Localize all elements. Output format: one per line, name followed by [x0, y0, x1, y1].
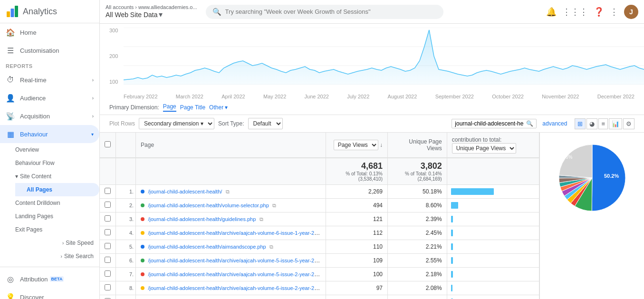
search-input[interactable] [225, 8, 437, 15]
row-bar-cell [447, 226, 539, 240]
row-checkbox[interactable] [105, 202, 111, 208]
row-checkbox[interactable] [105, 270, 111, 277]
dim-page-link[interactable]: Page [163, 103, 176, 112]
row-page: /journal-child-adolescent-health/aimsand… [136, 240, 326, 254]
total-unique-pv-cell: 3,802 % of Total: 0.14% (2,684,169) [388, 158, 447, 185]
page-views-select[interactable]: Page Views [334, 140, 378, 150]
th-contribution: contribution to total: Unique Page Views [447, 133, 539, 158]
view-settings-button[interactable]: ⚙ [623, 118, 634, 129]
select-all-checkbox[interactable] [105, 141, 111, 147]
row-unique-pct: 2.21% [388, 240, 447, 254]
row-num: 7. [116, 268, 136, 281]
help-icon[interactable]: ❓ [594, 7, 604, 17]
pie-svg: 23.6%8.6%50.2% [545, 137, 640, 213]
view-pie-button[interactable]: ◕ [586, 118, 597, 129]
sidebar-item-home[interactable]: 🏠 Home [0, 23, 99, 41]
sidebar-item-behaviour[interactable]: ▦ Behaviour ▾ [0, 125, 99, 143]
sidebar-item-discover[interactable]: 💡 Discover [0, 288, 99, 299]
x-label-may: May 2022 [263, 94, 286, 99]
y-label-100: 100 [109, 79, 118, 85]
row-checkbox[interactable] [105, 188, 111, 194]
page-url-link[interactable]: /journal-child-adolescent-health/aimsand… [148, 244, 266, 250]
row-page: /journal-child-adolescent-health/archive… [136, 226, 326, 240]
notifications-icon[interactable]: 🔔 [546, 7, 557, 17]
row-checkbox[interactable] [105, 215, 111, 222]
page-url-link[interactable]: /journal-child-adolescent-health/ [148, 189, 222, 194]
sidebar-item-audience-label: Audience [20, 95, 46, 102]
pie-label-1: 23.6% [559, 154, 572, 160]
row-bar-cell [447, 212, 539, 226]
row-unique-pct: 2.08% [388, 281, 447, 295]
row-checkbox[interactable] [105, 284, 111, 290]
customisation-icon: ☰ [6, 46, 15, 55]
sidebar-header: Analytics [0, 0, 99, 23]
plot-rows-button[interactable]: Plot Rows [109, 120, 135, 127]
advanced-link[interactable]: advanced [542, 120, 567, 127]
secondary-dimension-select[interactable]: Secondary dimension ▾ [139, 118, 214, 129]
sidebar-item-site-content[interactable]: ▾ Site Content [15, 170, 99, 183]
pie-chart: 23.6%8.6%50.2% [545, 137, 640, 213]
row-color-dot [141, 203, 144, 207]
row-page-views: 110 [326, 240, 388, 254]
svg-rect-1 [11, 9, 14, 17]
sidebar-item-home-label: Home [20, 29, 37, 36]
property-selector[interactable]: All Web Site Data ▾ [106, 10, 193, 19]
dim-other-link[interactable]: Other ▾ [209, 104, 228, 111]
acquisition-expand-icon: › [92, 114, 94, 119]
th-page-views[interactable]: Page Views ↓ [326, 133, 388, 158]
row-checkbox-cell [100, 254, 116, 268]
table-row: 9. /journal-child-adolescent-health/arch… [100, 295, 539, 299]
view-grid-button[interactable]: ⊞ [575, 118, 586, 129]
row-checkbox[interactable] [105, 243, 111, 249]
contribution-metric-select[interactable]: Unique Page Views [452, 143, 516, 154]
sidebar-item-overview[interactable]: Overview [15, 143, 99, 156]
line-chart [124, 28, 644, 85]
row-external-link-icon: ⧉ [260, 216, 263, 222]
row-checkbox[interactable] [105, 229, 111, 235]
page-url-link[interactable]: /journal-child-adolescent-health/volume-… [148, 203, 269, 208]
total-page-cell [136, 158, 326, 185]
row-bar [451, 202, 458, 209]
top-header: All accounts › www.alliedacademies.o... … [100, 0, 644, 24]
row-checkbox-cell [100, 226, 116, 240]
avatar[interactable]: J [624, 5, 638, 19]
sidebar-item-exit-pages[interactable]: Exit Pages [15, 223, 99, 236]
sidebar-item-acquisition-label: Acquisition [20, 113, 50, 120]
filter-search-icon[interactable]: 🔍 [526, 120, 533, 127]
sort-arrow-icon[interactable]: ↓ [380, 142, 383, 148]
sidebar-item-site-speed[interactable]: › Site Speed [15, 236, 99, 250]
more-options-icon[interactable]: ⋮ [610, 7, 618, 17]
sidebar-item-site-search[interactable]: › Site Search [15, 250, 99, 263]
row-bar [451, 257, 453, 264]
search-filter-input[interactable] [455, 120, 526, 127]
view-timeline-button[interactable]: 📊 [609, 118, 622, 129]
realtime-expand-icon: › [92, 77, 94, 83]
sidebar-item-content-drilldown[interactable]: Content Drilldown [15, 196, 99, 210]
page-url-link[interactable]: /journal-child-adolescent-health/archive… [148, 285, 326, 291]
sidebar-item-customisation-label: Customisation [20, 47, 59, 54]
row-color-dot [141, 245, 144, 249]
page-url-link[interactable]: /journal-child-adolescent-health/archive… [148, 271, 326, 278]
sidebar-item-acquisition[interactable]: 📡 Acquisition › [0, 107, 99, 125]
sort-type-select[interactable]: Default [248, 118, 283, 129]
page-url-link[interactable]: /journal-child-adolescent-health/archive… [148, 230, 326, 236]
page-url-link[interactable]: /journal-child-adolescent-health/archive… [148, 257, 326, 264]
sidebar-item-realtime[interactable]: ⏱ Real-time › [0, 71, 99, 89]
search-filter[interactable]: 🔍 [452, 119, 537, 128]
search-bar[interactable]: 🔍 [206, 5, 443, 19]
sidebar-item-audience[interactable]: 👤 Audience › [0, 89, 99, 107]
apps-icon[interactable]: ⋮⋮⋮ [562, 7, 588, 17]
sidebar-item-landing-pages[interactable]: Landing Pages [15, 210, 99, 223]
sidebar-item-attribution[interactable]: ◎ Attribution BETA [0, 270, 99, 288]
sidebar-item-behaviour-flow[interactable]: Behaviour Flow [15, 156, 99, 170]
table-body: 1. /journal-child-adolescent-health/ ⧉ 2… [100, 185, 539, 299]
page-url-link[interactable]: /journal-child-adolescent-health/guideli… [148, 216, 256, 222]
row-checkbox[interactable] [105, 257, 111, 263]
row-page: /journal-child-adolescent-health/volume-… [136, 199, 326, 212]
view-list-button[interactable]: ≡ [598, 118, 608, 129]
dim-page-title-link[interactable]: Page Title [180, 104, 205, 111]
content-drilldown-label: Content Drilldown [15, 200, 60, 206]
site-content-label: Site Content [20, 173, 51, 180]
sidebar-item-all-pages[interactable]: All Pages [15, 183, 99, 196]
sidebar-item-customisation[interactable]: ☰ Customisation [0, 41, 99, 59]
